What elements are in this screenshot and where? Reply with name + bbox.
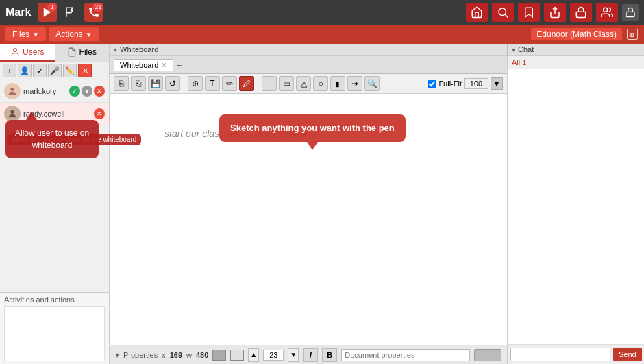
wb-properties-bar: ▾ Properties x 169 w 480 ▲ ▼ I B [110,345,507,364]
prop-bold-btn[interactable]: B [322,348,337,362]
user-tool-3[interactable]: ✓ [33,64,47,77]
svg-rect-3 [576,12,586,17]
svg-point-10 [10,110,14,114]
wb-tool-undo[interactable]: ↺ [165,76,180,91]
wb-fullfit-checkbox[interactable] [428,80,436,88]
activities-content [4,306,105,361]
user-name-mark: mark.kory [23,87,66,95]
sidebar-tabs: Users Files [0,44,109,62]
wb-sep-1 [184,77,184,90]
wb-add-tab[interactable]: + [173,60,184,71]
wb-tool-paste[interactable]: ⎗ [131,76,146,91]
prop-stroke-color[interactable] [230,350,244,361]
tooltip-arrow [26,112,37,120]
share-nav-button[interactable] [544,3,566,22]
flag-button[interactable] [61,3,80,22]
user-tool-mic[interactable]: 🎤 [48,64,62,77]
play-button[interactable]: 1 [38,3,57,22]
add-user-tool[interactable]: + [3,64,16,77]
whiteboard-panel-header: ▾ Whiteboard [110,44,507,56]
wb-canvas[interactable]: start our class with a quick review Sket… [110,94,507,345]
wb-tool-text[interactable]: T [205,76,220,91]
chat-tabs: All 1 [508,56,644,69]
user-actions-randy: ✕ [94,108,105,119]
allow-whiteboard-big-tooltip: Allow user to use on whiteboard [5,120,99,158]
user-tool-remove[interactable]: ✕ [78,64,92,77]
user-action-red-mark[interactable]: ✕ [94,86,105,97]
prop-italic-btn[interactable]: I [303,348,318,362]
user-actions-mark: ✓ ● ✕ [69,86,105,97]
wb-tab-whiteboard[interactable]: Whiteboard ✕ [114,59,173,71]
wb-zoom-down[interactable]: ▼ [491,77,503,90]
user-tools-bar: + 👤 ✓ 🎤 ✏️ ✕ [0,62,109,80]
sketch-tooltip-arrow [307,142,318,150]
whiteboard-panel: ▾ Whiteboard ▾ Chat Whiteboard ✕ + [110,44,644,364]
wb-tool-copy[interactable]: ⎘ [114,76,129,91]
user-action-red-randy[interactable]: ✕ [94,108,105,119]
chat-send-button[interactable]: Send [613,348,642,361]
user-action-gray-mark[interactable]: ● [82,86,92,97]
svg-point-8 [14,49,17,52]
prop-arrow-down[interactable]: ▼ [288,348,299,362]
chat-footer: Send [508,344,644,364]
sketch-tooltip: Sketch anything you want with the pen [219,114,406,142]
svg-line-2 [505,14,508,18]
whiteboard-area: Whiteboard ✕ + ⎘ ⎗ 💾 ↺ ⊕ T ✏ [110,56,507,364]
wb-tool-zoom[interactable]: 🔍 [364,76,380,91]
bookmark-nav-button[interactable] [518,3,540,22]
lock-nav-button[interactable] [570,3,592,22]
wb-tool-ellipse[interactable]: ○ [313,76,328,91]
menu-bar: Files ▼ Actions ▼ Edunoor (Math Class) ⊞ [0,25,644,44]
main-area: Users Files + 👤 ✓ 🎤 ✏️ ✕ mark.kory ✓ ● [0,44,644,364]
user-row-mark[interactable]: mark.kory ✓ ● ✕ [0,80,109,103]
prop-arrow-up[interactable]: ▲ [248,348,259,362]
wb-tab-close[interactable]: ✕ [161,61,167,70]
chat-panel: All 1 Send [507,56,644,364]
home-nav-button[interactable] [466,3,488,22]
user-tool-2[interactable]: 👤 [18,64,32,77]
sidebar-tab-files[interactable]: Files [55,44,110,62]
session-info: Edunoor (Math Class) ⊞ [531,28,639,40]
chat-messages [508,69,644,344]
panel-header-row: ▾ Whiteboard ▾ Chat [110,44,644,56]
wb-tool-pen[interactable]: ✏ [222,76,237,91]
prop-fill-color[interactable] [212,350,226,361]
wb-sep-2 [258,77,258,90]
chat-input[interactable] [510,348,610,361]
wb-tool-save[interactable]: 💾 [148,76,163,91]
app-title: Mark [5,6,31,19]
phone-badge: 21 [92,3,103,12]
wb-tool-target[interactable]: ⊕ [188,76,203,91]
sidebar-tab-users[interactable]: Users [0,44,55,62]
wb-tool-pen2[interactable]: 🖊 [239,76,254,91]
search-nav-button[interactable] [492,3,514,22]
prop-font-size-input[interactable] [263,350,284,361]
top-bar: Mark 1 21 [0,0,644,25]
svg-point-9 [10,88,14,91]
wb-zoom-input[interactable] [464,78,488,89]
wb-tool-fill[interactable]: ▮ [330,76,345,91]
wb-tool-rect[interactable]: ▭ [279,76,294,91]
wb-toolbar: ⎘ ⎗ 💾 ↺ ⊕ T ✏ 🖊 — ▭ △ ○ ▮ ➜ [110,74,507,94]
sidebar: Users Files + 👤 ✓ 🎤 ✏️ ✕ mark.kory ✓ ● [0,44,110,364]
prop-doc-input[interactable] [341,349,470,361]
wb-tool-triangle[interactable]: △ [296,76,311,91]
user-tool-draw[interactable]: ✏️ [63,64,77,77]
prop-extra-btn[interactable] [474,349,501,361]
whiteboard-chat-row: Whiteboard ✕ + ⎘ ⎗ 💾 ↺ ⊕ T ✏ [110,56,644,364]
avatar-mark [4,83,21,99]
svg-point-4 [604,8,608,12]
chat-panel-header: ▾ Chat [507,44,644,56]
wb-tool-arrow[interactable]: ➜ [347,76,362,91]
svg-rect-5 [626,12,634,16]
svg-point-1 [499,8,506,16]
files-menu-button[interactable]: Files ▼ [5,27,46,41]
user-action-green-mark[interactable]: ✓ [69,86,80,97]
phone-button[interactable]: 21 [84,3,103,22]
wb-tool-line[interactable]: — [262,76,277,91]
activities-section: Activities and actions [0,292,109,364]
people-nav-button[interactable] [596,3,618,22]
play-badge: 1 [47,3,57,12]
actions-menu-button[interactable]: Actions ▼ [49,27,99,41]
wb-fit-controls: Full-Fit ▼ [428,77,503,90]
